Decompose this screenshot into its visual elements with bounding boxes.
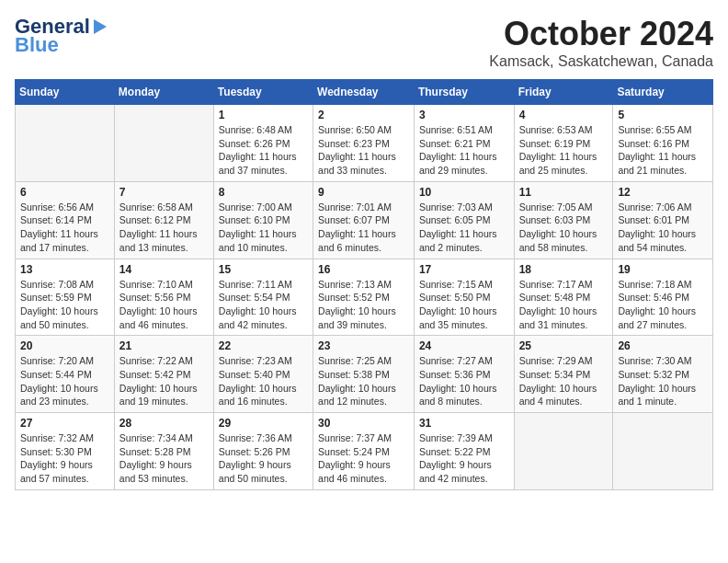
day-number: 21 bbox=[119, 339, 209, 352]
calendar-cell: 6Sunrise: 6:56 AM Sunset: 6:14 PM Daylig… bbox=[16, 181, 115, 259]
day-detail: Sunrise: 7:00 AM Sunset: 6:10 PM Dayligh… bbox=[219, 201, 308, 255]
calendar-cell: 9Sunrise: 7:01 AM Sunset: 6:07 PM Daylig… bbox=[313, 181, 415, 259]
calendar-cell: 12Sunrise: 7:06 AM Sunset: 6:01 PM Dayli… bbox=[613, 181, 713, 259]
day-number: 26 bbox=[618, 339, 708, 352]
day-detail: Sunrise: 7:37 AM Sunset: 5:24 PM Dayligh… bbox=[318, 431, 409, 486]
day-detail: Sunrise: 6:53 AM Sunset: 6:19 PM Dayligh… bbox=[519, 123, 609, 178]
calendar-cell: 2Sunrise: 6:50 AM Sunset: 6:23 PM Daylig… bbox=[313, 105, 415, 182]
calendar-cell: 23Sunrise: 7:25 AM Sunset: 5:38 PM Dayli… bbox=[313, 336, 415, 413]
day-detail: Sunrise: 7:22 AM Sunset: 5:42 PM Dayligh… bbox=[119, 354, 209, 408]
day-header-friday: Friday bbox=[514, 80, 613, 105]
day-detail: Sunrise: 7:32 AM Sunset: 5:30 PM Dayligh… bbox=[20, 431, 109, 486]
day-number: 25 bbox=[519, 339, 609, 352]
calendar-cell: 22Sunrise: 7:23 AM Sunset: 5:40 PM Dayli… bbox=[213, 336, 313, 413]
day-number: 12 bbox=[618, 186, 708, 199]
location-title: Kamsack, Saskatchewan, Canada bbox=[489, 53, 713, 70]
calendar-cell: 31Sunrise: 7:39 AM Sunset: 5:22 PM Dayli… bbox=[414, 413, 514, 490]
day-number: 2 bbox=[318, 109, 409, 121]
day-number: 10 bbox=[419, 186, 509, 199]
calendar-table: SundayMondayTuesdayWednesdayThursdayFrid… bbox=[15, 79, 713, 490]
calendar-cell: 27Sunrise: 7:32 AM Sunset: 5:30 PM Dayli… bbox=[16, 413, 115, 490]
title-area: October 2024 Kamsack, Saskatchewan, Cana… bbox=[489, 15, 713, 70]
calendar-cell: 3Sunrise: 6:51 AM Sunset: 6:21 PM Daylig… bbox=[414, 105, 514, 182]
day-detail: Sunrise: 7:08 AM Sunset: 5:59 PM Dayligh… bbox=[20, 278, 109, 332]
day-detail: Sunrise: 7:17 AM Sunset: 5:48 PM Dayligh… bbox=[519, 278, 609, 332]
calendar-cell: 8Sunrise: 7:00 AM Sunset: 6:10 PM Daylig… bbox=[213, 181, 313, 259]
calendar-cell: 15Sunrise: 7:11 AM Sunset: 5:54 PM Dayli… bbox=[213, 259, 313, 336]
day-number: 19 bbox=[618, 263, 708, 276]
day-detail: Sunrise: 7:03 AM Sunset: 6:05 PM Dayligh… bbox=[419, 201, 509, 255]
day-detail: Sunrise: 7:29 AM Sunset: 5:34 PM Dayligh… bbox=[519, 354, 609, 408]
day-detail: Sunrise: 7:36 AM Sunset: 5:26 PM Dayligh… bbox=[219, 431, 308, 486]
day-detail: Sunrise: 7:11 AM Sunset: 5:54 PM Dayligh… bbox=[219, 278, 308, 332]
day-detail: Sunrise: 7:06 AM Sunset: 6:01 PM Dayligh… bbox=[618, 201, 708, 255]
calendar-cell: 25Sunrise: 7:29 AM Sunset: 5:34 PM Dayli… bbox=[514, 336, 613, 413]
day-number: 5 bbox=[618, 109, 708, 121]
day-number: 11 bbox=[519, 186, 609, 199]
day-detail: Sunrise: 7:01 AM Sunset: 6:07 PM Dayligh… bbox=[318, 201, 409, 255]
day-detail: Sunrise: 7:18 AM Sunset: 5:46 PM Dayligh… bbox=[618, 278, 708, 332]
day-number: 9 bbox=[318, 186, 409, 199]
calendar-cell bbox=[114, 105, 213, 182]
day-number: 4 bbox=[519, 109, 609, 121]
day-number: 23 bbox=[318, 339, 409, 352]
day-number: 1 bbox=[219, 109, 308, 121]
calendar-cell: 20Sunrise: 7:20 AM Sunset: 5:44 PM Dayli… bbox=[16, 336, 115, 413]
logo-icon bbox=[94, 16, 112, 38]
logo-blue: Blue bbox=[15, 33, 59, 57]
day-number: 16 bbox=[318, 263, 409, 276]
calendar-cell: 19Sunrise: 7:18 AM Sunset: 5:46 PM Dayli… bbox=[613, 259, 713, 336]
day-detail: Sunrise: 6:56 AM Sunset: 6:14 PM Dayligh… bbox=[20, 201, 109, 255]
day-number: 20 bbox=[20, 339, 109, 352]
calendar-cell: 17Sunrise: 7:15 AM Sunset: 5:50 PM Dayli… bbox=[414, 259, 514, 336]
day-detail: Sunrise: 7:15 AM Sunset: 5:50 PM Dayligh… bbox=[419, 278, 509, 332]
day-detail: Sunrise: 7:25 AM Sunset: 5:38 PM Dayligh… bbox=[318, 354, 409, 408]
day-detail: Sunrise: 7:10 AM Sunset: 5:56 PM Dayligh… bbox=[119, 278, 209, 332]
day-detail: Sunrise: 6:51 AM Sunset: 6:21 PM Dayligh… bbox=[419, 123, 509, 178]
day-number: 7 bbox=[119, 186, 209, 199]
calendar-cell: 24Sunrise: 7:27 AM Sunset: 5:36 PM Dayli… bbox=[414, 336, 514, 413]
day-number: 15 bbox=[219, 263, 308, 276]
day-detail: Sunrise: 6:58 AM Sunset: 6:12 PM Dayligh… bbox=[119, 201, 209, 255]
day-detail: Sunrise: 7:05 AM Sunset: 6:03 PM Dayligh… bbox=[519, 201, 609, 255]
header: General Blue October 2024 Kamsack, Saska… bbox=[15, 15, 713, 70]
day-number: 18 bbox=[519, 263, 609, 276]
day-number: 13 bbox=[20, 263, 109, 276]
day-number: 17 bbox=[419, 263, 509, 276]
day-number: 30 bbox=[318, 417, 409, 430]
day-detail: Sunrise: 7:27 AM Sunset: 5:36 PM Dayligh… bbox=[419, 354, 509, 408]
day-number: 24 bbox=[419, 339, 509, 352]
calendar-cell: 13Sunrise: 7:08 AM Sunset: 5:59 PM Dayli… bbox=[16, 259, 115, 336]
day-number: 22 bbox=[219, 339, 308, 352]
logo: General Blue bbox=[15, 15, 112, 57]
calendar-week-1: 1Sunrise: 6:48 AM Sunset: 6:26 PM Daylig… bbox=[16, 105, 713, 182]
day-header-tuesday: Tuesday bbox=[213, 80, 313, 105]
calendar-cell bbox=[16, 105, 115, 182]
day-detail: Sunrise: 6:48 AM Sunset: 6:26 PM Dayligh… bbox=[219, 123, 308, 178]
calendar-cell: 10Sunrise: 7:03 AM Sunset: 6:05 PM Dayli… bbox=[414, 181, 514, 259]
day-header-saturday: Saturday bbox=[613, 80, 713, 105]
calendar-week-5: 27Sunrise: 7:32 AM Sunset: 5:30 PM Dayli… bbox=[16, 413, 713, 490]
calendar-cell: 18Sunrise: 7:17 AM Sunset: 5:48 PM Dayli… bbox=[514, 259, 613, 336]
day-header-sunday: Sunday bbox=[16, 80, 115, 105]
day-detail: Sunrise: 7:39 AM Sunset: 5:22 PM Dayligh… bbox=[419, 431, 509, 486]
calendar-cell: 14Sunrise: 7:10 AM Sunset: 5:56 PM Dayli… bbox=[114, 259, 213, 336]
calendar-cell bbox=[514, 413, 613, 490]
day-number: 14 bbox=[119, 263, 209, 276]
header-row: SundayMondayTuesdayWednesdayThursdayFrid… bbox=[16, 80, 713, 105]
calendar-cell: 28Sunrise: 7:34 AM Sunset: 5:28 PM Dayli… bbox=[114, 413, 213, 490]
calendar-cell: 4Sunrise: 6:53 AM Sunset: 6:19 PM Daylig… bbox=[514, 105, 613, 182]
day-header-wednesday: Wednesday bbox=[313, 80, 415, 105]
calendar-cell: 16Sunrise: 7:13 AM Sunset: 5:52 PM Dayli… bbox=[313, 259, 415, 336]
day-detail: Sunrise: 7:23 AM Sunset: 5:40 PM Dayligh… bbox=[219, 354, 308, 408]
day-header-thursday: Thursday bbox=[414, 80, 514, 105]
calendar-cell: 26Sunrise: 7:30 AM Sunset: 5:32 PM Dayli… bbox=[613, 336, 713, 413]
day-number: 6 bbox=[20, 186, 109, 199]
calendar-cell: 30Sunrise: 7:37 AM Sunset: 5:24 PM Dayli… bbox=[313, 413, 415, 490]
day-detail: Sunrise: 7:13 AM Sunset: 5:52 PM Dayligh… bbox=[318, 278, 409, 332]
calendar-week-4: 20Sunrise: 7:20 AM Sunset: 5:44 PM Dayli… bbox=[16, 336, 713, 413]
day-number: 27 bbox=[20, 417, 109, 430]
day-number: 8 bbox=[219, 186, 308, 199]
day-number: 3 bbox=[419, 109, 509, 121]
calendar-cell: 21Sunrise: 7:22 AM Sunset: 5:42 PM Dayli… bbox=[114, 336, 213, 413]
